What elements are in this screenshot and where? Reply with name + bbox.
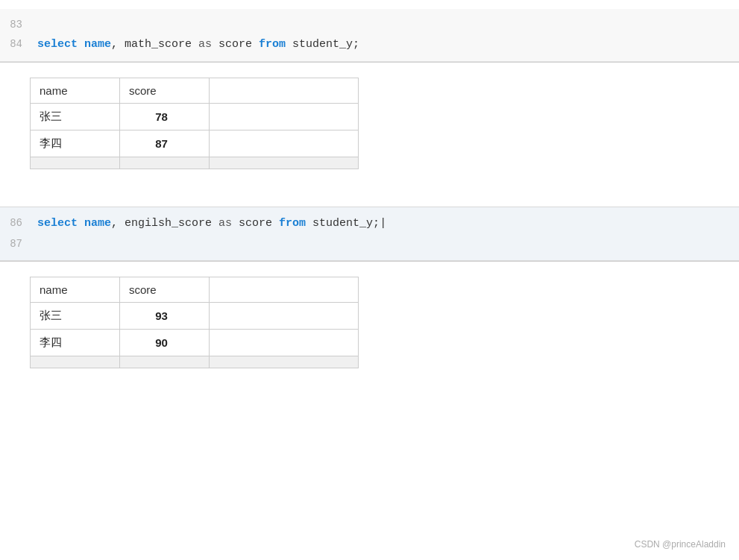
keyword-name-1: name — [84, 38, 111, 51]
table-header-row-1: name score — [31, 78, 359, 104]
keyword-as-2: as — [218, 217, 232, 230]
keyword-select-2: select — [37, 217, 84, 230]
line-number-86: 86 — [0, 215, 37, 231]
cell-filler-6 — [210, 356, 359, 368]
line-number-87: 87 — [0, 236, 37, 252]
cell-filler-3 — [210, 157, 359, 169]
code-plain-5: score — [232, 217, 279, 230]
code-plain-3: student_y; — [286, 38, 359, 51]
cell-name-2-1: 张三 — [31, 302, 120, 329]
table-row: 李四 87 — [31, 130, 359, 157]
cell-name-1-1: 张三 — [31, 104, 120, 130]
page-container: 83 84 select name, math_score as score f… — [0, 0, 739, 560]
cursor: | — [380, 217, 386, 230]
cell-filler-2 — [120, 157, 210, 169]
col-header-empty-2 — [210, 277, 359, 302]
col-header-name-2: name — [31, 277, 120, 302]
watermark: CSDN @princeAladdin — [635, 539, 726, 550]
keyword-from-2: from — [279, 217, 306, 230]
code-line-84: 84 select name, math_score as score from… — [0, 34, 739, 55]
cell-empty-2-1 — [210, 302, 359, 329]
code-line-87: 87 — [0, 234, 739, 254]
cell-name-1-2: 李四 — [31, 130, 120, 157]
code-section-2: 86 select name, engilsh_score as score f… — [0, 207, 739, 260]
code-plain-4: , engilsh_score — [111, 217, 218, 230]
section-gap — [0, 184, 739, 207]
code-section-1: 83 84 select name, math_score as score f… — [0, 9, 739, 62]
code-plain-1: , math_score — [111, 38, 198, 51]
cell-name-2-2: 李四 — [31, 329, 120, 356]
result-section-2: name score 张三 93 李四 90 — [0, 262, 739, 383]
keyword-select-1: select — [37, 38, 84, 51]
code-plain-6: student_y; — [306, 217, 380, 230]
col-header-empty-1 — [210, 78, 359, 104]
code-content-86: select name, engilsh_score as score from… — [37, 215, 739, 233]
table-row: 李四 90 — [31, 329, 359, 356]
cell-filler-4 — [31, 356, 120, 368]
result-section-1: name score 张三 78 李四 87 — [0, 63, 739, 184]
line-number-84: 84 — [0, 36, 37, 52]
code-line-86: 86 select name, engilsh_score as score f… — [0, 213, 739, 234]
cell-score-2-1: 93 — [120, 302, 210, 329]
line-number-83: 83 — [0, 16, 37, 33]
table-row: 张三 93 — [31, 302, 359, 329]
col-header-name-1: name — [31, 78, 120, 104]
cell-score-1-1: 78 — [120, 104, 210, 130]
table-row-empty-2 — [31, 356, 359, 368]
keyword-name-2: name — [84, 217, 111, 230]
result-table-2: name score 张三 93 李四 90 — [30, 277, 359, 368]
result-table-1: name score 张三 78 李四 87 — [30, 78, 359, 169]
col-header-score-1: score — [120, 78, 210, 104]
cell-empty-1-1 — [210, 104, 359, 130]
table-row-empty-1 — [31, 157, 359, 169]
code-content-84: select name, math_score as score from st… — [37, 36, 739, 54]
cell-score-1-2: 87 — [120, 130, 210, 157]
cell-empty-1-2 — [210, 130, 359, 157]
keyword-as-1: as — [198, 38, 212, 51]
code-plain-2: score — [212, 38, 259, 51]
keyword-from-1: from — [259, 38, 286, 51]
cell-score-2-2: 90 — [120, 329, 210, 356]
cell-filler-1 — [31, 157, 120, 169]
table-header-row-2: name score — [31, 277, 359, 302]
cell-filler-5 — [120, 356, 210, 368]
col-header-score-2: score — [120, 277, 210, 302]
cell-empty-2-2 — [210, 329, 359, 356]
code-line-83: 83 — [0, 15, 739, 34]
table-row: 张三 78 — [31, 104, 359, 130]
